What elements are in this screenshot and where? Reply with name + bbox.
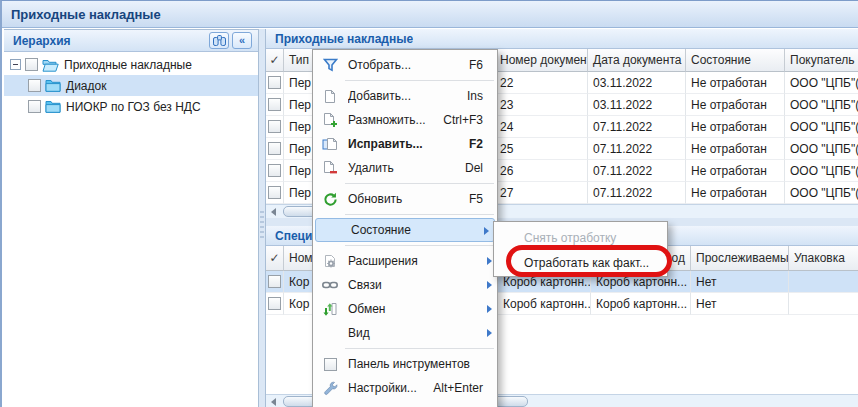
- menu-item-duplicate[interactable]: Размножить... Ctrl+F3: [313, 108, 497, 132]
- row-check-cell: [266, 293, 284, 315]
- menu-item-filter[interactable]: Отобрать... F6: [313, 53, 497, 77]
- wrench-icon: [319, 381, 341, 396]
- row-check-cell: [266, 138, 284, 160]
- add-page-icon: [319, 89, 341, 104]
- menu-item-extensions[interactable]: Расширения: [313, 249, 497, 273]
- cell-model: Короб картонн...: [591, 293, 691, 315]
- cell-state: Не отработан: [686, 72, 785, 94]
- tree-checkbox[interactable]: [28, 100, 41, 113]
- window-title: Приходные накладные: [11, 7, 161, 22]
- menu-item-edit[interactable]: Исправить... F2: [313, 132, 497, 156]
- submenu-item-remove-processing[interactable]: Снять отработку: [494, 225, 667, 250]
- cell-state: Не отработан: [686, 94, 785, 116]
- row-checkbox[interactable]: [268, 275, 281, 288]
- menu-separator: [345, 183, 494, 184]
- cell-buyer: ООО "ЦПБ"(Д: [785, 94, 858, 116]
- cell-state: Не отработан: [686, 116, 785, 138]
- folder-icon: [45, 79, 61, 92]
- tree-checkbox[interactable]: [25, 58, 38, 71]
- row-checkbox[interactable]: [268, 76, 281, 89]
- chevron-left-icon: «: [239, 35, 245, 46]
- menu-item-exchange[interactable]: Обмен: [313, 297, 497, 321]
- cell-state: Не отработан: [686, 182, 785, 204]
- cell-buyer: ООО "ЦПБ"(Д: [785, 160, 858, 182]
- submenu-item-process-as-fact[interactable]: Отработать как факт...: [494, 250, 667, 275]
- open-folder-icon: [42, 58, 59, 72]
- tree-item-diadok[interactable]: Диадок: [4, 75, 258, 96]
- cell-number: 24: [495, 116, 588, 138]
- folder-icon: [45, 100, 61, 113]
- cell-buyer: ООО "ЦПБ"(Д: [785, 72, 858, 94]
- cell-number: 25: [495, 138, 588, 160]
- hierarchy-panel-title: Иерархия: [13, 34, 71, 48]
- collapse-panel-button[interactable]: «: [232, 32, 252, 49]
- tree-item-root[interactable]: Приходные накладные: [4, 54, 258, 75]
- cell-traceable: Нет: [691, 293, 789, 315]
- cell-number: 22: [495, 72, 588, 94]
- state-submenu: Снять отработку Отработать как факт...: [493, 221, 668, 277]
- row-check-cell: [266, 72, 284, 94]
- window-titlebar: Приходные накладные: [2, 1, 858, 28]
- scroll-left-icon[interactable]: [266, 395, 281, 407]
- menu-item-state[interactable]: Состояние: [315, 218, 495, 242]
- invoices-panel-title: Приходные накладные: [275, 32, 413, 46]
- menu-separator: [345, 348, 494, 349]
- submenu-arrow-icon: [487, 281, 492, 289]
- menu-separator: [345, 214, 494, 215]
- tree-item-niokr[interactable]: НИОКР по ГОЗ без НДС: [4, 96, 258, 117]
- refresh-icon: [319, 192, 341, 207]
- collapse-node-icon[interactable]: [10, 59, 21, 70]
- cell-date: 07.11.2022: [588, 138, 686, 160]
- cell-date: 07.11.2022: [588, 116, 686, 138]
- row-checkbox[interactable]: [268, 186, 281, 199]
- menu-item-delete[interactable]: Удалить Del: [313, 156, 497, 180]
- hierarchy-tree: Приходные накладные Диадок НИОКР по ГОЗ: [4, 52, 258, 117]
- row-checkbox[interactable]: [268, 98, 281, 111]
- binoculars-icon: [213, 35, 226, 46]
- app-window: Приходные накладные Иерархия «: [0, 0, 858, 407]
- menu-item-view[interactable]: Вид: [313, 321, 497, 345]
- menu-item-settings[interactable]: Настройки... Alt+Enter: [313, 376, 497, 400]
- column-header-packing[interactable]: Упаковка: [789, 246, 858, 271]
- menu-item-toolbar[interactable]: Панель инструментов: [313, 352, 497, 376]
- cell-buyer: ООО "ЦПБ"(Д: [785, 138, 858, 160]
- column-header-check[interactable]: ✓: [266, 49, 284, 72]
- cell-date: 03.11.2022: [588, 72, 686, 94]
- cell-number: 27: [495, 182, 588, 204]
- edit-page-icon: [319, 137, 341, 152]
- row-check-cell: [266, 271, 284, 293]
- tree-checkbox[interactable]: [28, 79, 41, 92]
- row-checkbox[interactable]: [268, 164, 281, 177]
- cell-date: 07.11.2022: [588, 182, 686, 204]
- scroll-left-icon[interactable]: [266, 205, 281, 218]
- menu-item-links[interactable]: Связи: [313, 273, 497, 297]
- column-header-buyer[interactable]: Покупатель: [785, 49, 858, 72]
- filter-icon: [319, 58, 341, 72]
- search-button[interactable]: [209, 32, 229, 49]
- row-checkbox[interactable]: [268, 297, 281, 310]
- invoices-panel-header: Приходные накладные: [266, 29, 858, 49]
- cell-number: 26: [495, 160, 588, 182]
- extensions-icon: [319, 254, 341, 269]
- menu-item-refresh[interactable]: Обновить F5: [313, 187, 497, 211]
- cell-number: 23: [495, 94, 588, 116]
- cell-packing: [789, 293, 858, 315]
- menu-item-add[interactable]: Добавить... Ins: [313, 84, 497, 108]
- cell-state: Не отработан: [686, 160, 785, 182]
- menu-separator: [345, 80, 494, 81]
- column-header-date[interactable]: Дата документа: [588, 49, 686, 72]
- cell-packing: [789, 271, 858, 293]
- row-checkbox[interactable]: [268, 120, 281, 133]
- column-header-check[interactable]: ✓: [266, 246, 284, 271]
- column-header-state[interactable]: Состояние: [686, 49, 785, 72]
- column-header-number[interactable]: Номер документа.: [495, 49, 588, 72]
- cell-state: Не отработан: [686, 138, 785, 160]
- checkbox-icon: [319, 358, 341, 371]
- column-header-traceable[interactable]: Прослеживаемый: [691, 246, 789, 271]
- row-check-cell: [266, 182, 284, 204]
- submenu-arrow-icon: [484, 227, 489, 235]
- cell-buyer: ООО "ЦПБ"(Д: [785, 182, 858, 204]
- exchange-icon: [319, 302, 341, 317]
- row-checkbox[interactable]: [268, 142, 281, 155]
- cell-traceable: Нет: [691, 271, 789, 293]
